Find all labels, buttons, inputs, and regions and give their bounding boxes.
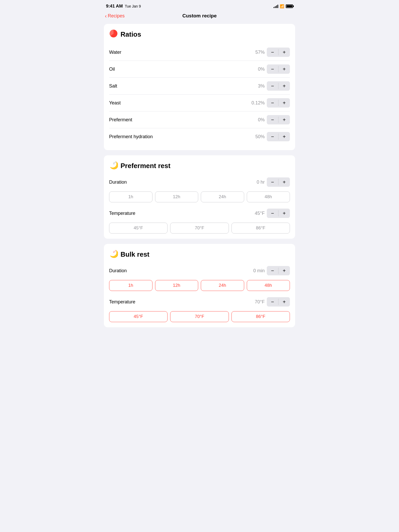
increment-oil[interactable]: + bbox=[278, 64, 290, 74]
decrement-bulk-temperature[interactable]: − bbox=[267, 297, 278, 307]
increment-water[interactable]: + bbox=[278, 48, 290, 57]
signal-icon bbox=[274, 4, 278, 8]
preferment-temperature-value: 45°F bbox=[252, 211, 265, 216]
stepper-salt: − + bbox=[267, 81, 290, 91]
ratio-row-oil: Oil 0% − + bbox=[109, 61, 290, 78]
bulk-temp-presets: 45°F 70°F 86°F bbox=[109, 311, 290, 322]
preferment-duration-label: Duration bbox=[109, 179, 127, 185]
preferment-rest-title: Preferment rest bbox=[121, 162, 170, 170]
increment-preferment[interactable]: + bbox=[278, 115, 290, 124]
battery-icon bbox=[286, 4, 293, 8]
back-label[interactable]: Recipes bbox=[108, 13, 125, 19]
ratios-icon bbox=[109, 29, 118, 40]
ratios-header: Ratios bbox=[109, 29, 290, 40]
preset-48h[interactable]: 48h bbox=[247, 191, 290, 202]
stepper-preferment-temperature: − + bbox=[267, 209, 290, 218]
ratios-card: Ratios Water 57% − + Oil 0% − + bbox=[104, 24, 295, 150]
ratio-value-salt: 3% bbox=[250, 83, 265, 89]
decrement-water[interactable]: − bbox=[267, 48, 278, 57]
decrement-preferment[interactable]: − bbox=[267, 115, 278, 124]
bulk-temperature-label: Temperature bbox=[109, 299, 135, 305]
ratio-value-oil: 0% bbox=[250, 66, 265, 72]
stepper-oil: − + bbox=[267, 64, 290, 74]
status-time: 9:41 AM Tue Jan 9 bbox=[106, 4, 141, 9]
bulk-duration-label: Duration bbox=[109, 268, 127, 274]
increment-bulk-duration[interactable]: + bbox=[278, 266, 290, 275]
bulk-rest-header: 🌙 z z Bulk rest bbox=[109, 249, 290, 260]
nav-bar: ‹ Recipes Custom recipe bbox=[100, 11, 299, 22]
ratio-value-preferment-hydration: 50% bbox=[250, 134, 265, 139]
stepper-preferment: − + bbox=[267, 115, 290, 124]
bulk-preset-48h[interactable]: 48h bbox=[247, 280, 290, 291]
bulk-preset-12h[interactable]: 12h bbox=[155, 280, 198, 291]
chevron-left-icon: ‹ bbox=[105, 13, 107, 19]
increment-bulk-temperature[interactable]: + bbox=[278, 297, 290, 307]
ratio-label-oil: Oil bbox=[109, 66, 115, 72]
ratio-row-water: Water 57% − + bbox=[109, 44, 290, 61]
svg-text:z: z bbox=[115, 249, 116, 252]
preset-24h[interactable]: 24h bbox=[201, 191, 244, 202]
preferment-rest-card: 🌙 z z Preferment rest Duration 0 hr − + … bbox=[104, 155, 295, 239]
ratio-value-water: 57% bbox=[250, 50, 265, 55]
ratio-row-preferment: Preferment 0% − + bbox=[109, 111, 290, 128]
decrement-preferment-temperature[interactable]: − bbox=[267, 209, 278, 218]
bulk-temp-70f[interactable]: 70°F bbox=[170, 311, 229, 322]
status-icons: 📶 bbox=[274, 4, 293, 8]
preferment-rest-header: 🌙 z z Preferment rest bbox=[109, 161, 290, 171]
bulk-rest-title: Bulk rest bbox=[121, 250, 149, 258]
bulk-temp-45f[interactable]: 45°F bbox=[109, 311, 168, 322]
ratio-label-water: Water bbox=[109, 50, 121, 55]
increment-preferment-temperature[interactable]: + bbox=[278, 209, 290, 218]
svg-text:z: z bbox=[115, 161, 116, 163]
stepper-yeast: − + bbox=[267, 98, 290, 108]
stepper-bulk-temperature: − + bbox=[267, 297, 290, 307]
ratio-row-preferment-hydration: Preferment hydration 50% − + bbox=[109, 128, 290, 145]
ratio-row-yeast: Yeast 0.12% − + bbox=[109, 95, 290, 111]
bulk-temperature-row: Temperature 70°F − + bbox=[109, 295, 290, 309]
temp-preset-86f[interactable]: 86°F bbox=[231, 223, 290, 234]
bulk-duration-value: 0 min bbox=[252, 268, 265, 274]
preferment-temperature-row: Temperature 45°F − + bbox=[109, 207, 290, 220]
stepper-preferment-duration: − + bbox=[267, 177, 290, 187]
temp-preset-45f[interactable]: 45°F bbox=[109, 223, 168, 234]
ratio-row-salt: Salt 3% − + bbox=[109, 78, 290, 95]
ratio-label-salt: Salt bbox=[109, 83, 117, 89]
bulk-duration-row: Duration 0 min − + bbox=[109, 264, 290, 277]
ratios-title: Ratios bbox=[121, 30, 141, 38]
ratio-value-yeast: 0.12% bbox=[250, 100, 265, 106]
bulk-rest-card: 🌙 z z Bulk rest Duration 0 min − + 1h 12… bbox=[104, 244, 295, 327]
decrement-preferment-hydration[interactable]: − bbox=[267, 132, 278, 141]
preferment-temp-presets: 45°F 70°F 86°F bbox=[109, 223, 290, 234]
preferment-temperature-label: Temperature bbox=[109, 211, 135, 216]
preferment-rest-icon: 🌙 z z bbox=[109, 161, 118, 171]
content: Ratios Water 57% − + Oil 0% − + bbox=[100, 22, 299, 335]
decrement-bulk-duration[interactable]: − bbox=[267, 266, 278, 275]
decrement-oil[interactable]: − bbox=[267, 64, 278, 74]
increment-yeast[interactable]: + bbox=[278, 98, 290, 108]
bulk-rest-icon: 🌙 z z bbox=[109, 249, 118, 260]
stepper-water: − + bbox=[267, 48, 290, 57]
page-title: Custom recipe bbox=[182, 13, 217, 19]
ratio-label-preferment: Preferment bbox=[109, 117, 132, 123]
preferment-duration-row: Duration 0 hr − + bbox=[109, 175, 290, 189]
stepper-bulk-duration: − + bbox=[267, 266, 290, 275]
bulk-temp-86f[interactable]: 86°F bbox=[231, 311, 290, 322]
bulk-preset-1h[interactable]: 1h bbox=[109, 280, 152, 291]
preset-12h[interactable]: 12h bbox=[155, 191, 198, 202]
ratio-label-preferment-hydration: Preferment hydration bbox=[109, 134, 153, 139]
preset-1h[interactable]: 1h bbox=[109, 191, 152, 202]
preferment-duration-presets: 1h 12h 24h 48h bbox=[109, 191, 290, 202]
decrement-salt[interactable]: − bbox=[267, 81, 278, 91]
stepper-preferment-hydration: − + bbox=[267, 132, 290, 141]
decrement-preferment-duration[interactable]: − bbox=[267, 177, 278, 187]
bulk-preset-24h[interactable]: 24h bbox=[201, 280, 244, 291]
bulk-duration-presets: 1h 12h 24h 48h bbox=[109, 280, 290, 291]
temp-preset-70f[interactable]: 70°F bbox=[170, 223, 229, 234]
increment-preferment-hydration[interactable]: + bbox=[278, 132, 290, 141]
increment-preferment-duration[interactable]: + bbox=[278, 177, 290, 187]
back-button[interactable]: ‹ Recipes bbox=[105, 13, 125, 19]
status-bar: 9:41 AM Tue Jan 9 📶 bbox=[100, 0, 299, 11]
preferment-duration-value: 0 hr bbox=[252, 179, 265, 185]
decrement-yeast[interactable]: − bbox=[267, 98, 278, 108]
increment-salt[interactable]: + bbox=[278, 81, 290, 91]
